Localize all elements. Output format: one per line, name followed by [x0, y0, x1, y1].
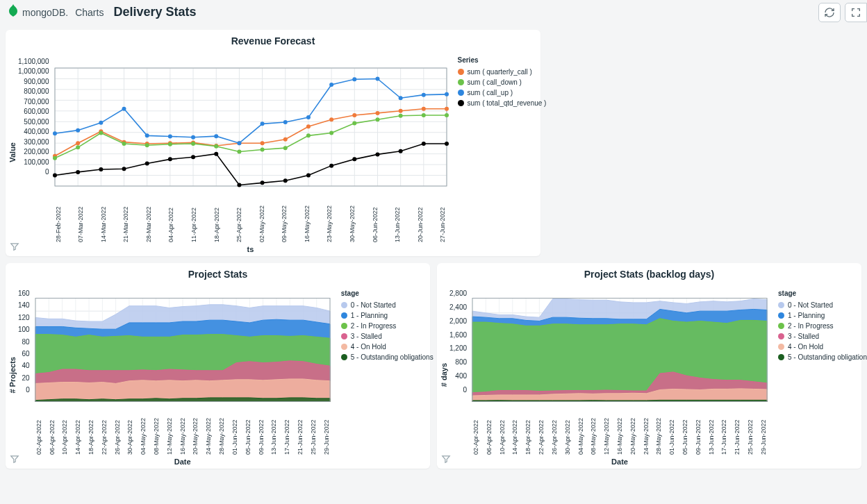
svg-point-100 [398, 149, 402, 153]
y-axis-label: # Projects [8, 357, 17, 394]
chart-title: Project Stats [6, 263, 430, 280]
svg-point-98 [352, 157, 356, 161]
svg-point-71 [144, 133, 149, 137]
brand-sub: Charts [75, 7, 104, 18]
legend: stage0 - Not Started1 - Planning2 - In P… [336, 284, 439, 367]
svg-point-57 [237, 150, 241, 154]
svg-point-78 [306, 115, 310, 119]
mongodb-leaf-icon [8, 4, 18, 20]
svg-point-93 [237, 183, 241, 187]
dashboard: Revenue Forecast Value 1,100,0001,000,00… [0, 24, 867, 474]
svg-point-32 [76, 141, 80, 145]
svg-point-70 [122, 107, 126, 111]
svg-point-91 [191, 155, 195, 159]
svg-point-43 [329, 117, 333, 121]
svg-point-73 [191, 135, 195, 140]
svg-point-61 [329, 131, 333, 135]
svg-point-68 [76, 128, 80, 133]
svg-point-51 [99, 131, 103, 135]
svg-point-58 [260, 147, 264, 151]
svg-point-55 [191, 142, 195, 146]
svg-point-94 [260, 180, 264, 185]
svg-point-76 [260, 121, 264, 126]
legend: stage0 - Not Started1 - Planning2 - In P… [773, 284, 867, 367]
svg-point-81 [375, 76, 379, 81]
svg-point-86 [76, 170, 80, 174]
chart-card-backlog-days: Project Stats (backlog days) # days 2,80… [437, 263, 861, 469]
svg-point-102 [445, 142, 449, 146]
chart-title: Project Stats (backlog days) [437, 263, 861, 280]
svg-point-92 [214, 152, 218, 156]
x-ticks: 28-Feb-202207-Mar-202214-Mar-202221-Mar-… [55, 205, 447, 242]
svg-point-59 [283, 146, 287, 150]
fullscreen-button[interactable] [845, 3, 867, 22]
chart-plot [49, 51, 452, 203]
chart-plot [30, 284, 336, 416]
y-axis-label: Value [8, 142, 17, 162]
svg-point-41 [283, 137, 287, 142]
chart-card-project-stats: Project Stats # Projects 160140120100806… [6, 263, 430, 469]
y-ticks: 1,100,0001,000,000900,000800,000700,0006… [18, 58, 49, 176]
svg-point-101 [421, 142, 425, 146]
page-title: Delivery Stats [113, 5, 196, 19]
chart-plot [467, 284, 773, 416]
svg-point-77 [283, 120, 287, 124]
x-axis-label: Date [467, 457, 773, 466]
brand: mongoDB. Charts [8, 4, 104, 20]
x-ticks: 02-Apr-202206-Apr-202210-Apr-202214-Apr-… [472, 418, 767, 455]
x-axis-label: ts [49, 245, 452, 253]
svg-point-40 [260, 141, 264, 145]
svg-point-83 [421, 93, 425, 97]
svg-point-84 [445, 92, 449, 96]
svg-point-99 [375, 152, 379, 156]
svg-point-90 [167, 157, 172, 161]
y-axis-label: # days [440, 363, 448, 387]
x-ticks: 02-Apr-202206-Apr-202210-Apr-202214-Apr-… [35, 418, 330, 455]
svg-point-62 [352, 121, 356, 126]
refresh-button[interactable] [818, 3, 841, 22]
brand-text: mongoDB. [22, 7, 68, 18]
svg-point-88 [122, 167, 126, 171]
svg-point-63 [375, 117, 379, 121]
svg-point-46 [398, 109, 402, 113]
svg-point-79 [329, 83, 333, 87]
svg-rect-30 [55, 68, 447, 186]
svg-point-65 [421, 113, 425, 117]
svg-point-44 [352, 113, 356, 117]
svg-point-85 [53, 174, 57, 178]
y-ticks: 2,8002,4002,0001,6001,2008004000 [449, 289, 467, 394]
svg-point-82 [398, 96, 402, 100]
svg-point-64 [398, 114, 402, 118]
legend: Seriessum ( quarterly_call )sum ( call_d… [452, 51, 552, 112]
svg-point-48 [445, 107, 449, 111]
svg-point-87 [99, 167, 103, 171]
svg-point-49 [53, 156, 57, 160]
svg-point-80 [352, 77, 356, 81]
svg-point-60 [306, 133, 310, 137]
svg-point-72 [167, 134, 172, 138]
svg-point-97 [329, 164, 333, 168]
svg-point-50 [76, 145, 80, 149]
y-ticks: 160140120100806040200 [18, 289, 30, 394]
filter-icon[interactable] [10, 454, 19, 466]
svg-point-75 [237, 141, 241, 145]
svg-point-54 [167, 142, 172, 146]
svg-point-47 [421, 107, 425, 111]
svg-point-95 [283, 178, 287, 183]
filter-icon[interactable] [10, 242, 19, 253]
svg-point-89 [144, 162, 149, 166]
svg-point-53 [144, 143, 149, 147]
svg-point-74 [214, 134, 218, 138]
chart-card-revenue: Revenue Forecast Value 1,100,0001,000,00… [6, 30, 540, 256]
svg-point-52 [122, 142, 126, 146]
svg-point-67 [53, 131, 57, 135]
svg-point-42 [306, 124, 310, 128]
svg-point-69 [99, 121, 103, 125]
filter-icon[interactable] [441, 454, 451, 466]
svg-point-66 [445, 113, 449, 117]
svg-point-45 [375, 111, 379, 115]
svg-point-56 [214, 144, 218, 149]
header-bar: mongoDB. Charts Delivery Stats [0, 0, 867, 24]
x-axis-label: Date [30, 457, 336, 466]
svg-point-96 [306, 174, 310, 178]
